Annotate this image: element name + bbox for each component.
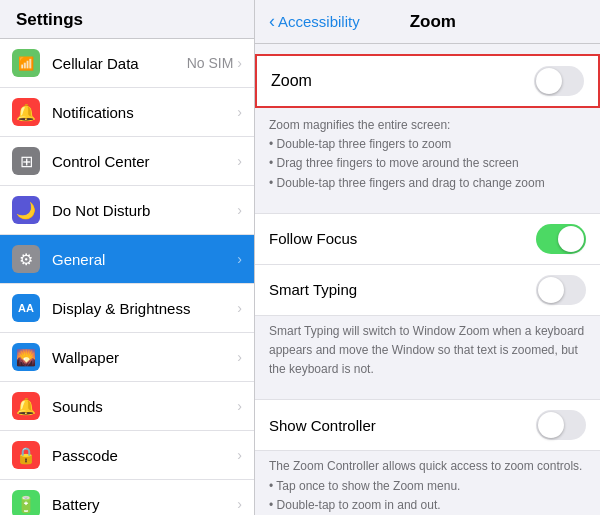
sidebar-header: Settings — [0, 0, 254, 39]
sidebar-item-general[interactable]: ⚙ General › — [0, 235, 254, 284]
sidebar-item-control-center[interactable]: ⊞ Control Center › — [0, 137, 254, 186]
sounds-chevron: › — [237, 398, 242, 414]
control-center-chevron: › — [237, 153, 242, 169]
smart-typing-knob — [538, 277, 564, 303]
sidebar-item-wallpaper[interactable]: 🌄 Wallpaper › — [0, 333, 254, 382]
zoom-toggle[interactable] — [534, 66, 584, 96]
sidebar-item-label: Wallpaper — [52, 349, 237, 366]
follow-focus-row: Follow Focus — [255, 213, 600, 265]
show-controller-group: Show Controller — [255, 399, 600, 451]
passcode-icon: 🔒 — [12, 441, 40, 469]
display-brightness-icon: AA — [12, 294, 40, 322]
back-chevron-icon: ‹ — [269, 11, 275, 32]
controller-desc-item-2: • Double-tap to zoom in and out. — [269, 498, 441, 512]
right-header: ‹ Accessibility Zoom — [255, 0, 600, 44]
show-controller-label: Show Controller — [269, 417, 536, 434]
control-center-icon: ⊞ — [12, 147, 40, 175]
smart-typing-desc: Smart Typing will switch to Window Zoom … — [255, 316, 600, 390]
do-not-disturb-icon: 🌙 — [12, 196, 40, 224]
sidebar-item-label: Notifications — [52, 104, 237, 121]
zoom-desc-item-2: • Drag three fingers to move around the … — [269, 156, 519, 170]
sidebar-item-label: Do Not Disturb — [52, 202, 237, 219]
sidebar-item-label: Sounds — [52, 398, 237, 415]
cellular-icon: 📶 — [12, 49, 40, 77]
zoom-description: Zoom magnifies the entire screen: • Doub… — [255, 108, 600, 203]
sidebar-item-label: Control Center — [52, 153, 237, 170]
follow-focus-label: Follow Focus — [269, 230, 536, 247]
zoom-settings-group: Follow Focus Smart Typing — [255, 213, 600, 316]
sidebar-item-label: Passcode — [52, 447, 237, 464]
sidebar-item-do-not-disturb[interactable]: 🌙 Do Not Disturb › — [0, 186, 254, 235]
sidebar-item-label: General — [52, 251, 237, 268]
sidebar-item-battery[interactable]: 🔋 Battery › — [0, 480, 254, 515]
sidebar-item-passcode[interactable]: 🔒 Passcode › — [0, 431, 254, 480]
show-controller-toggle[interactable] — [536, 410, 586, 440]
smart-typing-label: Smart Typing — [269, 281, 536, 298]
general-chevron: › — [237, 251, 242, 267]
follow-focus-knob — [558, 226, 584, 252]
controller-desc-item-1: • Tap once to show the Zoom menu. — [269, 479, 460, 493]
cellular-chevron: › — [237, 55, 242, 71]
do-not-disturb-chevron: › — [237, 202, 242, 218]
sidebar-item-notifications[interactable]: 🔔 Notifications › — [0, 88, 254, 137]
display-brightness-chevron: › — [237, 300, 242, 316]
back-label: Accessibility — [278, 13, 360, 30]
sounds-icon: 🔔 — [12, 392, 40, 420]
right-panel: ‹ Accessibility Zoom Zoom Zoom magnifies… — [255, 0, 600, 515]
sidebar-item-sounds[interactable]: 🔔 Sounds › — [0, 382, 254, 431]
show-controller-knob — [538, 412, 564, 438]
smart-typing-toggle[interactable] — [536, 275, 586, 305]
cellular-value: No SIM — [187, 55, 234, 71]
zoom-toggle-knob — [536, 68, 562, 94]
zoom-desc-item-3: • Double-tap three fingers and drag to c… — [269, 176, 545, 190]
sidebar-item-cellular[interactable]: 📶 Cellular Data No SIM › — [0, 39, 254, 88]
passcode-chevron: › — [237, 447, 242, 463]
notifications-chevron: › — [237, 104, 242, 120]
sidebar-item-label: Display & Brightness — [52, 300, 237, 317]
battery-icon: 🔋 — [12, 490, 40, 515]
sidebar: Settings 📶 Cellular Data No SIM › 🔔 Noti… — [0, 0, 255, 515]
zoom-desc-item-1: • Double-tap three fingers to zoom — [269, 137, 451, 151]
show-controller-row: Show Controller — [255, 399, 600, 451]
smart-typing-row: Smart Typing — [255, 265, 600, 316]
sidebar-item-display-brightness[interactable]: AA Display & Brightness › — [0, 284, 254, 333]
battery-chevron: › — [237, 496, 242, 512]
general-icon: ⚙ — [12, 245, 40, 273]
zoom-main-row: Zoom — [255, 54, 600, 108]
wallpaper-icon: 🌄 — [12, 343, 40, 371]
notifications-icon: 🔔 — [12, 98, 40, 126]
cellular-label: Cellular Data — [52, 55, 187, 72]
zoom-main-label: Zoom — [271, 72, 534, 90]
back-button[interactable]: ‹ Accessibility — [269, 11, 360, 32]
page-title: Zoom — [360, 12, 506, 32]
controller-desc-title: The Zoom Controller allows quick access … — [269, 459, 582, 473]
controller-desc: The Zoom Controller allows quick access … — [255, 451, 600, 515]
sidebar-item-label: Battery — [52, 496, 237, 513]
wallpaper-chevron: › — [237, 349, 242, 365]
follow-focus-toggle[interactable] — [536, 224, 586, 254]
zoom-desc-title: Zoom magnifies the entire screen: — [269, 118, 450, 132]
